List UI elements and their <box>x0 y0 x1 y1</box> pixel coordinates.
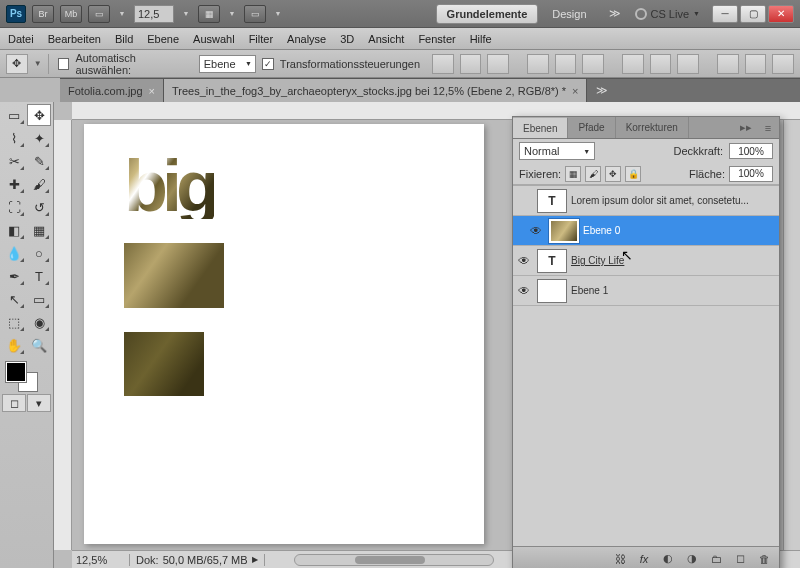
adjustment-layer-button[interactable]: ◑ <box>681 550 703 568</box>
panel-menu-icon[interactable]: ≡ <box>757 117 779 138</box>
layer-row[interactable]: 👁 Ebene 1 <box>513 276 779 306</box>
arrange-dropdown-icon[interactable]: ▼ <box>226 5 238 23</box>
workspace-more-icon[interactable]: ≫ <box>601 7 629 20</box>
lock-position-icon[interactable]: ✥ <box>605 166 621 182</box>
window-close-button[interactable]: ✕ <box>768 5 794 23</box>
close-tab-icon[interactable]: × <box>572 85 578 97</box>
opacity-field[interactable]: 100% <box>729 143 773 159</box>
close-tab-icon[interactable]: × <box>149 85 155 97</box>
workspace-primary-button[interactable]: Grundelemente <box>436 4 539 24</box>
distribute-2-button[interactable] <box>650 54 672 74</box>
tabs-overflow-button[interactable]: ≫ <box>587 79 617 102</box>
blur-tool[interactable]: 💧 <box>2 242 26 264</box>
dodge-tool[interactable]: ○ <box>27 242 51 264</box>
auto-select-checkbox[interactable] <box>58 58 70 70</box>
layer-group-button[interactable]: 🗀 <box>705 550 727 568</box>
auto-select-target[interactable]: Ebene▼ <box>199 55 256 73</box>
preset-dropdown-icon[interactable]: ▼ <box>34 59 42 68</box>
align-6-button[interactable] <box>582 54 604 74</box>
menu-bild[interactable]: Bild <box>115 33 133 45</box>
screenmode-dropdown-icon[interactable]: ▼ <box>272 5 284 23</box>
bridge-button[interactable]: Br <box>32 5 54 23</box>
screenmode-toggle[interactable]: ▾ <box>27 394 51 412</box>
shape-tool[interactable]: ▭ <box>27 288 51 310</box>
layer-thumbnail[interactable] <box>549 219 579 243</box>
layer-name[interactable]: Big City Life <box>571 255 624 266</box>
path-select-tool[interactable]: ↖ <box>2 288 26 310</box>
visibility-toggle[interactable]: 👁 <box>515 252 533 270</box>
pen-tool[interactable]: ✒ <box>2 265 26 287</box>
lock-pixels-icon[interactable]: 🖌 <box>585 166 601 182</box>
delete-layer-button[interactable]: 🗑 <box>753 550 775 568</box>
layer-mask-button[interactable]: ◐ <box>657 550 679 568</box>
move-tool[interactable]: ✥ <box>27 104 51 126</box>
align-1-button[interactable] <box>432 54 454 74</box>
stamp-tool[interactable]: ⛶ <box>2 196 26 218</box>
layer-row[interactable]: T Lorem ipsum dolor sit amet, consetetu.… <box>513 186 779 216</box>
document-canvas[interactable]: big city Life <box>84 124 484 544</box>
hand-tool[interactable]: ✋ <box>2 334 26 356</box>
layer-name[interactable]: Ebene 1 <box>571 285 608 296</box>
visibility-toggle[interactable] <box>515 192 533 210</box>
menu-filter[interactable]: Filter <box>249 33 273 45</box>
document-tab-2[interactable]: Trees_in_the_fog3_by_archaeopteryx_stock… <box>164 79 587 102</box>
align-5-button[interactable] <box>555 54 577 74</box>
minibridge-button[interactable]: Mb <box>60 5 82 23</box>
lock-all-icon[interactable]: 🔒 <box>625 166 641 182</box>
menu-fenster[interactable]: Fenster <box>418 33 455 45</box>
visibility-toggle[interactable]: 👁 <box>515 282 533 300</box>
screenmode-button[interactable]: ▭ <box>244 5 266 23</box>
menu-auswahl[interactable]: Auswahl <box>193 33 235 45</box>
eraser-tool[interactable]: ◧ <box>2 219 26 241</box>
type-tool[interactable]: T <box>27 265 51 287</box>
zoom-field[interactable]: 12,5 <box>134 5 174 23</box>
quickmask-button[interactable]: ◻ <box>2 394 26 412</box>
distribute-4-button[interactable] <box>717 54 739 74</box>
arrange-button[interactable]: ▦ <box>198 5 220 23</box>
menu-hilfe[interactable]: Hilfe <box>470 33 492 45</box>
menu-ebene[interactable]: Ebene <box>147 33 179 45</box>
window-minimize-button[interactable]: ─ <box>712 5 738 23</box>
distribute-3-button[interactable] <box>677 54 699 74</box>
3d-camera-tool[interactable]: ◉ <box>27 311 51 333</box>
lock-transparency-icon[interactable]: ▦ <box>565 166 581 182</box>
foreground-swatch[interactable] <box>6 362 26 382</box>
marquee-tool[interactable]: ▭ <box>2 104 26 126</box>
color-swatches[interactable] <box>2 360 51 392</box>
blend-mode-select[interactable]: Normal▼ <box>519 142 595 160</box>
layer-name[interactable]: Ebene 0 <box>583 225 620 236</box>
visibility-toggle[interactable]: 👁 <box>527 222 545 240</box>
gradient-tool[interactable]: ▦ <box>27 219 51 241</box>
window-maximize-button[interactable]: ▢ <box>740 5 766 23</box>
dropdown-arrow-icon[interactable]: ▼ <box>116 5 128 23</box>
horizontal-scrollbar[interactable] <box>294 554 494 566</box>
panel-collapse-icon[interactable]: ▸▸ <box>735 117 757 138</box>
heal-tool[interactable]: ✚ <box>2 173 26 195</box>
new-layer-button[interactable]: ◻ <box>729 550 751 568</box>
layer-row[interactable]: 👁 Ebene 0 ↖ <box>513 216 779 246</box>
link-layers-button[interactable]: ⛓ <box>609 550 631 568</box>
menu-3d[interactable]: 3D <box>340 33 354 45</box>
menu-ansicht[interactable]: Ansicht <box>368 33 404 45</box>
menu-datei[interactable]: Datei <box>8 33 34 45</box>
workspace-secondary[interactable]: Design <box>544 8 594 20</box>
cslive-button[interactable]: CS Live▼ <box>635 8 700 20</box>
brush-tool[interactable]: 🖌 <box>27 173 51 195</box>
lasso-tool[interactable]: ⌇ <box>2 127 26 149</box>
layer-fx-button[interactable]: fx <box>633 550 655 568</box>
status-zoom[interactable]: 12,5% <box>72 554 130 566</box>
vertical-ruler[interactable] <box>54 120 72 550</box>
eyedropper-tool[interactable]: ✎ <box>27 150 51 172</box>
transform-checkbox[interactable]: ✓ <box>262 58 274 70</box>
align-4-button[interactable] <box>527 54 549 74</box>
layer-thumbnail[interactable] <box>537 279 567 303</box>
view-extras-button[interactable]: ▭ <box>88 5 110 23</box>
fill-field[interactable]: 100% <box>729 166 773 182</box>
layer-row[interactable]: 👁 T Big City Life <box>513 246 779 276</box>
crop-tool[interactable]: ✂ <box>2 150 26 172</box>
tab-korrekturen[interactable]: Korrekturen <box>616 117 689 138</box>
3d-tool[interactable]: ⬚ <box>2 311 26 333</box>
move-tool-preset[interactable]: ✥ <box>6 54 28 74</box>
distribute-5-button[interactable] <box>745 54 767 74</box>
vertical-scrollbar[interactable] <box>783 120 800 550</box>
